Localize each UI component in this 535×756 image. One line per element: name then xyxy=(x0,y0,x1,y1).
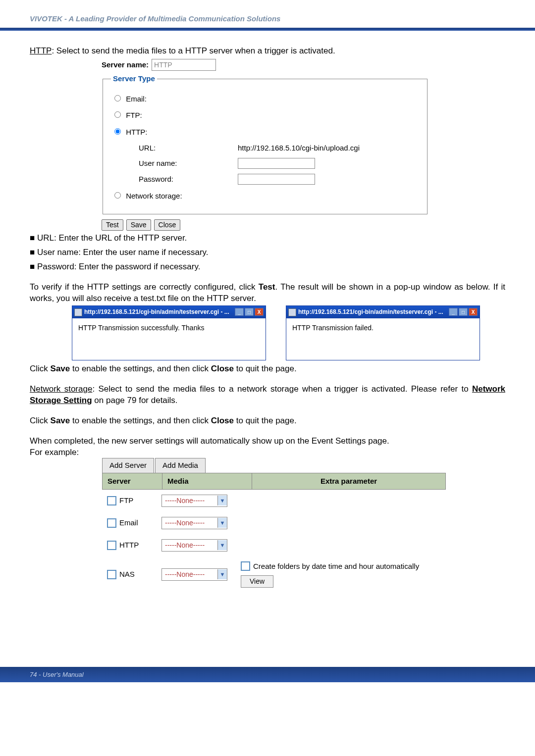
col-media: Media xyxy=(162,473,252,489)
popup-success: http://192.168.5.121/cgi-bin/admin/tests… xyxy=(72,305,266,360)
verify-text-1: To verify if the HTTP settings are corre… xyxy=(30,282,259,292)
radio-http-input[interactable] xyxy=(114,128,121,135)
select-email-media[interactable]: -----None----- ▼ xyxy=(161,517,227,529)
http-settings: URL: http://192.168.5.10/cgi-bin/upload.… xyxy=(139,143,419,185)
http-intro: HTTP: Select to send the media files to … xyxy=(30,46,505,57)
close-button[interactable]: Close xyxy=(154,219,181,231)
save-button[interactable]: Save xyxy=(126,219,151,231)
scl1e: to quit the page. xyxy=(234,364,297,373)
server-type-legend: Server Type xyxy=(111,74,157,84)
popup-fail-body: HTTP Transmission failed. xyxy=(286,318,480,360)
http-intro-text: : Select to send the media files to a HT… xyxy=(52,46,335,55)
bullet-username-text: User name: Enter the user name if necess… xyxy=(37,248,209,257)
minimize-icon[interactable]: _ xyxy=(449,308,458,316)
checkbox-create-folders[interactable] xyxy=(241,561,250,571)
maximize-icon[interactable]: □ xyxy=(459,308,468,316)
network-storage-paragraph: Network storage: Select to send the medi… xyxy=(30,384,505,406)
popup-fail: http://192.168.5.121/cgi-bin/admin/tests… xyxy=(286,305,480,360)
verify-paragraph: To verify if the HTTP settings are corre… xyxy=(30,282,505,304)
page-footer: 74 - User's Manual xyxy=(0,667,535,682)
row-ftp: FTP -----None----- ▼ xyxy=(102,490,446,512)
radio-network-storage-input[interactable] xyxy=(114,192,121,199)
close-icon[interactable]: X xyxy=(255,308,264,316)
radio-network-storage-label: Network storage: xyxy=(126,192,182,200)
checkbox-email[interactable] xyxy=(107,518,116,528)
row-email: Email -----None----- ▼ xyxy=(102,512,446,534)
scl1b: Save xyxy=(51,364,70,373)
popup-fail-title: http://192.168.5.121/cgi-bin/admin/tests… xyxy=(298,308,443,315)
popup-fail-titlebar: http://192.168.5.121/cgi-bin/admin/tests… xyxy=(286,306,480,318)
for-example: For example: xyxy=(30,447,505,458)
completion-text: When completed, the new server settings … xyxy=(30,436,505,447)
scl2d: Close xyxy=(211,416,234,425)
bullet-url-text: URL: Enter the URL of the HTTP server. xyxy=(37,233,187,243)
chevron-down-icon: ▼ xyxy=(217,569,227,579)
radio-email-input[interactable] xyxy=(114,95,121,101)
row-nas-label: NAS xyxy=(119,569,135,579)
create-folders-label: Create folders by date time and hour aut… xyxy=(253,561,419,571)
popup-success-body: HTTP Transmission successfully. Thanks xyxy=(72,318,266,360)
row-email-label: Email xyxy=(119,518,138,528)
row-http-label: HTTP xyxy=(119,540,139,550)
radio-ftp-label: FTP: xyxy=(126,111,142,119)
view-button[interactable]: View xyxy=(241,575,273,588)
http-intro-label: HTTP xyxy=(30,46,52,55)
scl1a: Click xyxy=(30,364,51,373)
col-server: Server xyxy=(103,473,162,489)
row-http: HTTP -----None----- ▼ xyxy=(102,534,446,556)
select-nas-text: -----None----- xyxy=(162,569,217,580)
nas-extra: Create folders by date time and hour aut… xyxy=(241,561,446,588)
event-table-header: Server Media Extra parameter xyxy=(102,473,446,490)
scl1d: Close xyxy=(211,364,234,373)
checkbox-nas[interactable] xyxy=(107,570,116,579)
username-label: User name: xyxy=(139,158,188,168)
radio-ftp-input[interactable] xyxy=(114,111,121,118)
footer-text: 74 - User's Manual xyxy=(30,671,84,678)
url-label: URL: xyxy=(139,143,188,153)
select-http-media[interactable]: -----None----- ▼ xyxy=(161,539,227,552)
page-content: HTTP: Select to send the media files to … xyxy=(0,31,535,593)
server-name-row: Server name: xyxy=(102,59,428,71)
event-table: Add Server Add Media Server Media Extra … xyxy=(102,458,446,592)
password-label: Password: xyxy=(139,174,188,184)
radio-email[interactable]: Email: xyxy=(112,94,419,104)
minimize-icon[interactable]: _ xyxy=(235,308,244,316)
server-type-fieldset: Server Type Email: FTP: HTTP: URL: http:… xyxy=(103,74,428,215)
close-icon[interactable]: X xyxy=(469,308,478,316)
chevron-down-icon: ▼ xyxy=(217,540,227,550)
select-email-text: -----None----- xyxy=(162,517,217,529)
username-input[interactable] xyxy=(238,158,315,169)
server-name-input[interactable] xyxy=(152,59,216,71)
tab-add-server[interactable]: Add Server xyxy=(102,458,154,472)
network-storage-label: Network storage xyxy=(30,384,92,394)
checkbox-ftp[interactable] xyxy=(107,496,116,505)
radio-http[interactable]: HTTP: xyxy=(112,127,419,137)
col-extra: Extra parameter xyxy=(252,473,445,489)
chevron-down-icon: ▼ xyxy=(217,518,227,528)
bullet-password: ■ Password: Enter the password if necess… xyxy=(30,261,505,273)
radio-ftp[interactable]: FTP: xyxy=(112,110,419,120)
row-ftp-label: FTP xyxy=(119,496,133,505)
form-button-row: Test Save Close xyxy=(102,219,428,231)
chevron-down-icon: ▼ xyxy=(217,496,227,505)
bullet-username: ■ User name: Enter the user name if nece… xyxy=(30,247,505,258)
scl1c: to enable the settings, and then click xyxy=(70,364,211,373)
test-button[interactable]: Test xyxy=(102,219,123,231)
select-nas-media[interactable]: -----None----- ▼ xyxy=(161,568,227,581)
radio-network-storage[interactable]: Network storage: xyxy=(112,191,419,201)
checkbox-http[interactable] xyxy=(107,541,116,550)
popup-success-title: http://192.168.5.121/cgi-bin/admin/tests… xyxy=(84,308,229,315)
verify-test-word: Test xyxy=(259,282,275,292)
save-close-line-1: Click Save to enable the settings, and t… xyxy=(30,363,505,375)
bullet-password-text: Password: Enter the password if necessar… xyxy=(37,262,200,271)
password-input[interactable] xyxy=(238,174,315,185)
tab-add-media[interactable]: Add Media xyxy=(155,458,206,472)
popup-success-titlebar: http://192.168.5.121/cgi-bin/admin/tests… xyxy=(72,306,266,318)
radio-http-label: HTTP: xyxy=(126,128,147,136)
network-storage-text1: : Select to send the media files to a ne… xyxy=(92,384,472,394)
brand-text: VIVOTEK - A Leading Provider of Multimed… xyxy=(30,14,280,23)
scl2b: Save xyxy=(51,416,70,425)
select-ftp-media[interactable]: -----None----- ▼ xyxy=(161,495,227,507)
scl2c: to enable the settings, and then click xyxy=(70,416,211,425)
maximize-icon[interactable]: □ xyxy=(245,308,254,316)
